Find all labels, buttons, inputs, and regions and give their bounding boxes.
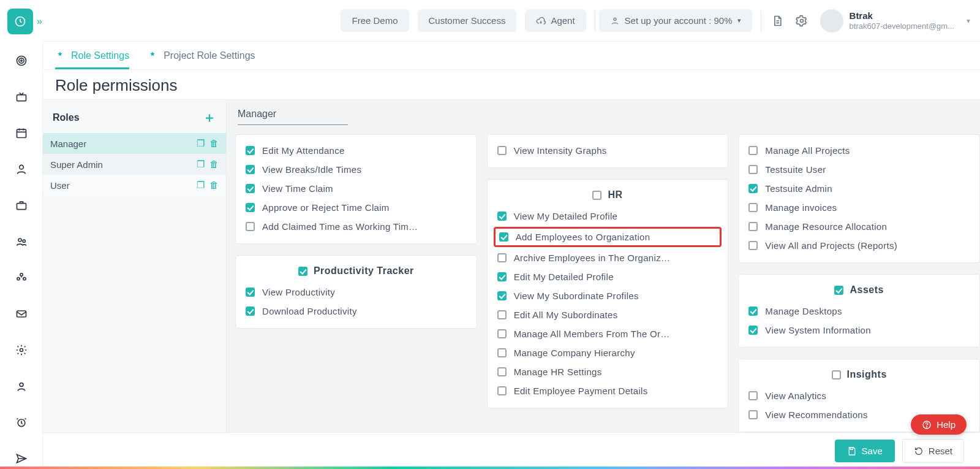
copy-role-icon[interactable]: ❐ (197, 159, 205, 170)
permission-checkbox[interactable] (497, 253, 507, 262)
permission-item[interactable]: Download Productivity (244, 302, 468, 321)
permission-item[interactable]: View Breaks/Idle Times (244, 160, 468, 179)
permission-card: Manage All ProjectsTestsuite UserTestsui… (738, 134, 980, 263)
permission-checkbox[interactable] (748, 241, 758, 250)
agent-button[interactable]: Agent (525, 9, 586, 32)
setup-account-button[interactable]: Set up your account : 90% ▾ (599, 9, 752, 32)
role-row[interactable]: Super Admin ❐ 🗑 (43, 154, 226, 175)
add-role-button[interactable]: ＋ (203, 109, 216, 127)
permission-checkbox[interactable] (748, 307, 758, 316)
permission-item[interactable]: View Analytics (747, 386, 971, 405)
copy-role-icon[interactable]: ❐ (197, 138, 205, 149)
permission-group-checkbox[interactable] (834, 286, 843, 295)
permission-checkbox[interactable] (497, 146, 507, 155)
help-button[interactable]: Help (911, 414, 967, 435)
permission-checkbox[interactable] (748, 184, 758, 193)
permission-group-checkbox[interactable] (832, 370, 841, 379)
permission-checkbox[interactable] (748, 146, 758, 155)
permission-item[interactable]: View My Detailed Profile (496, 207, 720, 226)
sidebar-gear-icon[interactable] (8, 339, 35, 360)
permission-checkbox[interactable] (497, 367, 507, 376)
tab-project-role-settings[interactable]: Project Role Settings (148, 42, 255, 69)
permission-checkbox[interactable] (246, 288, 255, 297)
sidebar-target-icon[interactable] (8, 50, 35, 72)
sidebar-calendar-icon[interactable] (8, 123, 35, 144)
permission-checkbox[interactable] (748, 222, 758, 231)
permission-checkbox[interactable] (246, 165, 255, 174)
permission-checkbox[interactable] (246, 203, 255, 212)
tab-role-settings[interactable]: Role Settings (55, 42, 129, 69)
sidebar-briefcase-icon[interactable] (8, 195, 35, 216)
sidebar-send-icon[interactable] (8, 448, 35, 469)
settings-icon[interactable] (790, 9, 814, 33)
copy-role-icon[interactable]: ❐ (197, 180, 205, 191)
permission-group-checkbox[interactable] (592, 191, 601, 200)
permission-checkbox[interactable] (748, 410, 758, 419)
permission-item[interactable]: View Intensity Graphs (496, 141, 720, 160)
permission-item[interactable]: Edit My Detailed Profile (496, 267, 720, 286)
document-icon[interactable] (765, 9, 790, 33)
permission-item[interactable]: Manage Resource Allocation (747, 217, 971, 236)
user-menu[interactable]: Btrak btrak607-development@gm... ▾ (820, 9, 970, 32)
sidebar-group-icon[interactable] (8, 267, 35, 289)
permission-checkbox[interactable] (499, 232, 508, 242)
permission-item[interactable]: View System Information (747, 321, 971, 340)
permission-item[interactable]: Manage All Members From The Or… (496, 324, 720, 343)
permission-item[interactable]: Edit My Attendance (244, 141, 468, 160)
permission-checkbox[interactable] (497, 212, 507, 221)
permission-checkbox[interactable] (497, 329, 507, 338)
save-button[interactable]: Save (835, 440, 895, 462)
sidebar-user-icon[interactable] (8, 375, 35, 397)
permission-item[interactable]: Approve or Reject Time Claim (244, 198, 468, 217)
permission-label: Add Claimed Time as Working Tim… (262, 221, 418, 232)
delete-role-icon[interactable]: 🗑 (209, 159, 219, 170)
free-demo-button[interactable]: Free Demo (341, 9, 409, 32)
sidebar-tv-icon[interactable] (8, 86, 35, 108)
permission-item[interactable]: View My Subordinate Profiles (496, 286, 720, 305)
permission-group-checkbox[interactable] (298, 267, 307, 276)
permission-checkbox[interactable] (748, 391, 758, 400)
delete-role-icon[interactable]: 🗑 (209, 180, 219, 191)
permission-checkbox[interactable] (246, 307, 255, 316)
permission-checkbox[interactable] (246, 184, 255, 193)
brand-logo[interactable] (7, 9, 33, 34)
permission-item[interactable]: Archive Employees in The Organiz… (496, 248, 720, 267)
sidebar-mail-icon[interactable] (8, 303, 35, 324)
permission-item[interactable]: Add Claimed Time as Working Tim… (244, 217, 468, 236)
delete-role-icon[interactable]: 🗑 (209, 138, 219, 149)
permission-item[interactable]: Edit Employee Payment Details (496, 381, 720, 400)
permission-checkbox[interactable] (748, 326, 758, 335)
svg-point-8 (19, 166, 23, 170)
permission-label: View Recommendations (765, 410, 867, 420)
permission-item[interactable]: Manage HR Settings (496, 362, 720, 381)
permission-item[interactable]: View All and Projects (Reports) (747, 236, 971, 255)
sidebar-people-icon[interactable] (8, 231, 35, 253)
permission-card-title: Productivity Tracker (244, 262, 468, 283)
permission-checkbox[interactable] (748, 203, 758, 212)
sidebar-person-icon[interactable] (8, 159, 35, 180)
permission-checkbox[interactable] (497, 291, 507, 300)
permission-item[interactable]: Edit All My Subordinates (496, 305, 720, 324)
permission-checkbox[interactable] (497, 386, 507, 395)
permission-checkbox[interactable] (246, 222, 255, 231)
permission-item[interactable]: Add Employees to Organization (494, 227, 722, 247)
permission-item[interactable]: View Time Claim (244, 179, 468, 198)
permission-item[interactable]: Manage All Projects (747, 141, 971, 160)
permission-item[interactable]: Testsuite User (747, 160, 971, 179)
permission-checkbox[interactable] (246, 146, 255, 155)
permission-item[interactable]: Testsuite Admin (747, 179, 971, 198)
role-row[interactable]: Manager ❐ 🗑 (43, 133, 226, 154)
permission-checkbox[interactable] (497, 310, 507, 319)
customer-success-button[interactable]: Customer Success (418, 9, 517, 32)
permission-item[interactable]: Manage invoices (747, 198, 971, 217)
permission-item[interactable]: Manage Desktops (747, 302, 971, 321)
sidebar-alarm-icon[interactable] (8, 411, 35, 433)
permission-item[interactable]: Manage Company Hierarchy (496, 343, 720, 362)
role-row[interactable]: User ❐ 🗑 (43, 175, 226, 196)
permission-checkbox[interactable] (748, 165, 758, 174)
permission-checkbox[interactable] (497, 272, 507, 281)
permission-checkbox[interactable] (497, 348, 507, 357)
reset-button[interactable]: Reset (902, 439, 964, 463)
permission-item[interactable]: View Productivity (244, 283, 468, 302)
permission-card: AssetsManage DesktopsView System Informa… (738, 274, 980, 348)
